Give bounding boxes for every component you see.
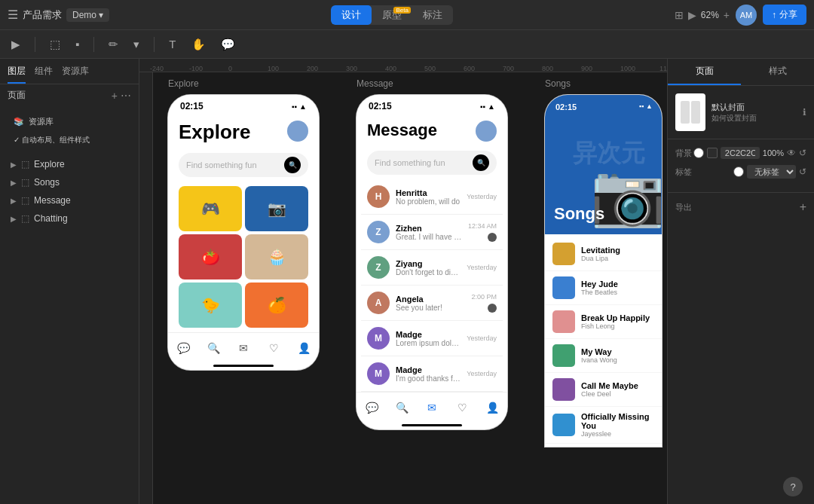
sidebar-item-auto-layout[interactable]: ✓ 自动布局、组件样式 bbox=[8, 131, 131, 149]
info-icon[interactable]: ℹ bbox=[803, 107, 806, 118]
sidebar-item-songs[interactable]: ▶ ⬚ Songs bbox=[0, 173, 139, 191]
rect-tool[interactable]: ▪ bbox=[72, 35, 83, 53]
properties-section: 背景 100% 👁 ↺ 标签 无标签 ↺ bbox=[668, 139, 814, 193]
message-user-avatar[interactable] bbox=[476, 121, 497, 142]
eye-icon[interactable]: 👁 bbox=[787, 148, 796, 158]
nav-chat-icon[interactable]: 💬 bbox=[364, 400, 379, 415]
preview-thumbnail bbox=[675, 93, 705, 131]
message-search-button[interactable]: 🔍 bbox=[473, 154, 489, 171]
list-item[interactable]: M Madge I'm good thanks for asking. Yest… bbox=[361, 356, 503, 392]
bg-checkbox[interactable] bbox=[693, 148, 704, 158]
hamburger-icon[interactable]: ☰ bbox=[8, 8, 18, 22]
sidebar: 图层 组件 资源库 页面 + ⋯ 📚 资源库 ✓ 自动布局、组件样式 ▶ bbox=[0, 59, 139, 504]
song-thumbnail bbox=[552, 344, 575, 367]
expand-pages-button[interactable]: ⋯ bbox=[121, 90, 131, 102]
hand-tool[interactable]: ✋ bbox=[188, 35, 210, 53]
sidebar-tab-components[interactable]: 组件 bbox=[35, 65, 53, 84]
pages-header: 页面 + ⋯ bbox=[0, 84, 139, 106]
grid-image-gameboy: 🎮 bbox=[179, 186, 242, 231]
nav-message-icon[interactable]: ✉ bbox=[424, 400, 439, 415]
zoom-out-icon[interactable]: ⊞ bbox=[675, 9, 684, 21]
pen-dropdown[interactable]: ▾ bbox=[130, 35, 143, 53]
tag-refresh-icon[interactable]: ↺ bbox=[799, 166, 806, 177]
message-preview-text: Great. I will have a look bbox=[396, 233, 462, 241]
explore-frame-label: Explore bbox=[168, 78, 199, 89]
nav-chat-icon[interactable]: 💬 bbox=[176, 341, 191, 356]
tag-select[interactable]: 无标签 bbox=[747, 165, 796, 179]
comment-tool[interactable]: 💬 bbox=[217, 35, 239, 53]
list-item[interactable]: Call Me Maybe Clee Deel bbox=[545, 373, 662, 407]
play-tool[interactable]: ▶ bbox=[8, 35, 24, 53]
sidebar-item-chatting[interactable]: ▶ ⬚ Chatting bbox=[0, 209, 139, 228]
nav-search-icon[interactable]: 🔍 bbox=[206, 341, 221, 356]
message-search-bar[interactable]: Find something fun 🔍 bbox=[367, 151, 497, 175]
zoom-in-icon[interactable]: ▶ bbox=[688, 9, 696, 21]
pen-tool[interactable]: ✏ bbox=[105, 35, 122, 53]
message-sender-name: Zizhen bbox=[396, 224, 462, 233]
sidebar-tab-assets[interactable]: 资源库 bbox=[62, 65, 89, 84]
nav-search-icon[interactable]: 🔍 bbox=[394, 400, 409, 415]
preview-subtitle: 如何设置封面 bbox=[711, 113, 797, 124]
list-item[interactable]: Z Zizhen Great. I will have a look 12:34… bbox=[361, 215, 503, 250]
help-button[interactable]: ? bbox=[783, 477, 803, 496]
zoom-plus-icon[interactable]: + bbox=[724, 9, 730, 21]
list-item[interactable]: Hey Jude The Beatles bbox=[545, 271, 662, 305]
share-button[interactable]: ↑ 分享 bbox=[763, 5, 806, 25]
tab-label[interactable]: 标注 bbox=[412, 5, 453, 25]
tag-checkbox[interactable] bbox=[733, 166, 744, 177]
list-item[interactable]: My Way Ivana Wong bbox=[545, 339, 662, 373]
tab-design[interactable]: 设计 bbox=[331, 5, 372, 25]
right-tab-style[interactable]: 样式 bbox=[741, 59, 814, 85]
demo-dropdown[interactable]: Demo ▾ bbox=[66, 8, 109, 22]
nav-heart-icon[interactable]: ♡ bbox=[266, 341, 281, 356]
beta-badge: Beta bbox=[393, 7, 410, 14]
frame-tool[interactable]: ⬚ bbox=[46, 35, 64, 53]
song-title: Call Me Maybe bbox=[581, 381, 654, 390]
list-item[interactable]: Z Ziyang Don't forget to discuss the new… bbox=[361, 250, 503, 286]
sidebar-item-library[interactable]: 📚 资源库 bbox=[8, 112, 131, 131]
song-title: Hey Jude bbox=[581, 279, 654, 289]
song-title: Levitating bbox=[581, 246, 654, 255]
message-frame-wrapper: Message 02:15 ▪▪ ▲ Message bbox=[357, 95, 507, 429]
explore-search-placeholder: Find something fun bbox=[186, 160, 280, 170]
refresh-icon[interactable]: ↺ bbox=[799, 148, 806, 158]
list-item[interactable]: H Henritta No problem, will do Yesterday bbox=[361, 179, 503, 215]
message-sender-name: Madge bbox=[396, 365, 461, 374]
message-content: Madge Lorem ipsum dolor sit amet bbox=[396, 330, 461, 347]
list-item[interactable]: Break Up Happily Fish Leong bbox=[545, 305, 662, 339]
frame-icon: ⬚ bbox=[21, 213, 29, 224]
frame-icon: ⬚ bbox=[21, 159, 29, 170]
nav-user-icon[interactable]: 👤 bbox=[485, 400, 500, 415]
bg-color-swatch[interactable] bbox=[707, 148, 718, 158]
unread-badge bbox=[488, 304, 497, 313]
nav-heart-icon[interactable]: ♡ bbox=[454, 400, 470, 415]
list-item[interactable]: Levitating Dua Lipa bbox=[545, 237, 662, 271]
message-status-bar: 02:15 ▪▪ ▲ bbox=[357, 95, 507, 115]
add-page-button[interactable]: + bbox=[112, 90, 118, 102]
list-item[interactable]: Officially Missing You Jayesslee bbox=[545, 407, 662, 444]
expand-icon: ▶ bbox=[11, 215, 17, 223]
text-tool[interactable]: T bbox=[165, 35, 179, 53]
signal-icon: ▪▪ bbox=[639, 102, 644, 110]
home-indicator bbox=[213, 365, 274, 367]
nav-message-icon[interactable]: ✉ bbox=[236, 341, 251, 356]
message-preview-text: I'm good thanks for asking. bbox=[396, 374, 461, 383]
tab-prototype[interactable]: 原型 Beta bbox=[372, 5, 412, 25]
right-tab-page[interactable]: 页面 bbox=[668, 59, 741, 85]
list-item[interactable]: A Angela See you later! 2:00 PM bbox=[361, 286, 503, 321]
topbar-center: 设计 原型 Beta 标注 bbox=[115, 5, 669, 25]
nav-user-icon[interactable]: 👤 bbox=[296, 341, 311, 356]
grid-image-orange: 🍊 bbox=[245, 283, 308, 328]
export-add-button[interactable]: + bbox=[800, 200, 806, 214]
grid-image-tomato: 🍅 bbox=[179, 234, 242, 279]
explore-search-bar[interactable]: Find something fun 🔍 bbox=[179, 153, 308, 177]
explore-search-button[interactable]: 🔍 bbox=[284, 157, 301, 173]
list-item[interactable]: M Madge Lorem ipsum dolor sit amet Yeste… bbox=[361, 321, 503, 356]
bg-color-input[interactable] bbox=[721, 147, 760, 159]
sidebar-tab-layers[interactable]: 图层 bbox=[8, 65, 26, 84]
explore-user-avatar[interactable] bbox=[287, 121, 308, 142]
message-content: Henritta No problem, will do bbox=[396, 188, 461, 206]
avatar[interactable]: AM bbox=[736, 5, 757, 26]
sidebar-item-message[interactable]: ▶ ⬚ Message bbox=[0, 191, 139, 209]
sidebar-item-explore[interactable]: ▶ ⬚ Explore bbox=[0, 155, 139, 173]
